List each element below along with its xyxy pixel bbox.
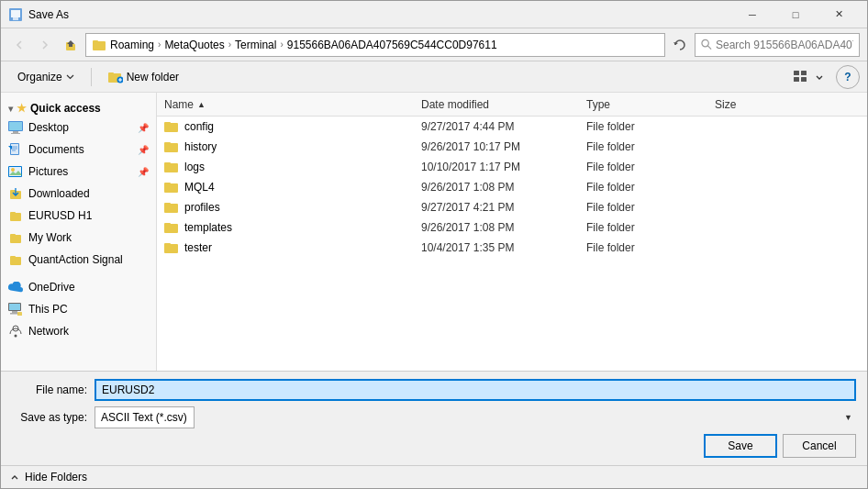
folder-icon — [164, 201, 179, 214]
svg-rect-46 — [164, 183, 171, 187]
file-name: MQL4 — [184, 181, 215, 194]
forward-button[interactable] — [34, 34, 56, 56]
file-name: profiles — [184, 201, 220, 214]
svg-rect-11 — [794, 71, 799, 75]
organize-button[interactable]: Organize — [8, 65, 83, 89]
svg-rect-44 — [164, 162, 171, 167]
svg-rect-16 — [9, 122, 22, 130]
folder-icon — [164, 181, 179, 194]
folder-icon — [164, 140, 179, 153]
column-date-header[interactable]: Date modified — [421, 98, 586, 111]
quantaction-label: QuantAction Signal — [28, 253, 149, 266]
column-name-header[interactable]: Name ▲ — [164, 98, 421, 111]
file-row[interactable]: profiles 9/27/2017 4:21 PM File folder — [157, 197, 867, 217]
svg-rect-27 — [10, 212, 16, 216]
documents-label: Documents — [28, 143, 132, 156]
savetype-select[interactable]: ASCII Text (*.csv) — [95, 406, 195, 428]
title-bar: Save As ─ □ ✕ — [1, 1, 867, 28]
bottom-buttons: Save Cancel — [12, 434, 856, 458]
sidebar-item-downloaded[interactable]: Downloaded — [1, 183, 156, 205]
network-icon — [8, 324, 23, 339]
svg-rect-50 — [164, 223, 171, 228]
new-folder-button[interactable]: New folder — [99, 65, 188, 89]
file-name: logs — [184, 161, 205, 173]
sidebar-item-quantaction[interactable]: QuantAction Signal — [1, 249, 156, 271]
file-name: tester — [184, 241, 212, 254]
pictures-pin-icon: 📌 — [138, 167, 149, 177]
bottom-panel: File name: Save as type: ASCII Text (*.c… — [1, 371, 867, 465]
svg-rect-52 — [164, 243, 171, 248]
save-as-dialog: Save As ─ □ ✕ Roaming › MetaQuotes › — [0, 0, 868, 489]
file-row[interactable]: history 9/26/2017 10:17 PM File folder — [157, 137, 867, 157]
svg-rect-9 — [108, 72, 114, 76]
hide-folders-chevron-icon — [10, 472, 19, 482]
close-button[interactable]: ✕ — [818, 1, 860, 28]
sidebar-item-onedrive[interactable]: OneDrive — [1, 276, 156, 298]
downloaded-icon — [8, 186, 23, 201]
main-content: ▾ ★ Quick access Desktop 📌 Documents 📌 — [1, 93, 867, 371]
sidebar-item-eurusd[interactable]: EURUSD H1 — [1, 205, 156, 227]
maximize-button[interactable]: □ — [774, 1, 817, 28]
quantaction-icon — [8, 252, 23, 267]
search-input[interactable] — [716, 39, 853, 51]
sidebar-item-pictures[interactable]: Pictures 📌 — [1, 161, 156, 183]
star-icon: ★ — [17, 102, 27, 115]
column-size-header[interactable]: Size — [715, 98, 807, 111]
pictures-label: Pictures — [28, 165, 132, 178]
file-row[interactable]: templates 9/26/2017 1:08 PM File folder — [157, 217, 867, 238]
network-label: Network — [28, 325, 149, 338]
filename-input[interactable] — [95, 379, 856, 401]
address-path[interactable]: Roaming › MetaQuotes › Terminal › 915566… — [85, 33, 665, 57]
hide-folders-label: Hide Folders — [25, 471, 87, 483]
svg-rect-31 — [10, 256, 16, 260]
file-date: 9/26/2017 1:08 PM — [421, 181, 586, 194]
file-row[interactable]: config 9/27/2017 4:44 PM File folder — [157, 117, 867, 137]
file-list: Name ▲ Date modified Type Size — [157, 93, 867, 371]
toolbar-right: ? — [788, 65, 860, 89]
file-row[interactable]: MQL4 9/26/2017 1:08 PM File folder — [157, 177, 867, 197]
save-button[interactable]: Save — [704, 434, 777, 458]
sidebar-item-network[interactable]: Network — [1, 320, 156, 342]
svg-rect-18 — [11, 133, 20, 134]
svg-rect-1 — [11, 10, 20, 17]
toolbar: Organize New folder — [1, 61, 867, 93]
help-button[interactable]: ? — [836, 65, 860, 89]
file-date: 9/27/2017 4:44 PM — [421, 120, 586, 133]
file-row[interactable]: logs 10/10/2017 1:17 PM File folder — [157, 157, 867, 177]
path-hash: 915566BA06ADA407569C544CC0D97611 — [287, 39, 497, 51]
thispc-icon — [8, 302, 23, 317]
svg-rect-2 — [13, 17, 18, 20]
refresh-button[interactable] — [669, 34, 691, 56]
up-button[interactable] — [60, 34, 82, 56]
file-name: history — [184, 140, 217, 153]
path-metaquotes: MetaQuotes — [164, 39, 224, 51]
filename-row: File name: — [12, 379, 856, 401]
downloaded-label: Downloaded — [28, 187, 149, 200]
column-type-header[interactable]: Type — [586, 98, 715, 111]
file-row[interactable]: tester 10/4/2017 1:35 PM File folder — [157, 238, 867, 258]
hide-folders-toggle[interactable]: Hide Folders — [1, 465, 867, 488]
quick-access-header[interactable]: ▾ ★ Quick access — [1, 96, 156, 117]
dialog-icon — [8, 7, 23, 22]
file-type: File folder — [586, 181, 715, 194]
title-bar-buttons: ─ □ ✕ — [731, 1, 860, 28]
views-button[interactable] — [788, 65, 812, 89]
sidebar-item-documents[interactable]: Documents 📌 — [1, 139, 156, 161]
file-date: 10/10/2017 1:17 PM — [421, 161, 586, 173]
svg-point-38 — [15, 335, 17, 338]
sidebar-item-mywork[interactable]: My Work — [1, 227, 156, 249]
minimize-button[interactable]: ─ — [731, 1, 773, 28]
onedrive-label: OneDrive — [28, 281, 149, 294]
file-date: 9/26/2017 10:17 PM — [421, 140, 586, 153]
cancel-button[interactable]: Cancel — [783, 434, 856, 458]
back-button[interactable] — [8, 34, 30, 56]
quick-access-label: Quick access — [30, 102, 101, 115]
file-date: 9/27/2017 4:21 PM — [421, 201, 586, 214]
svg-rect-48 — [164, 203, 171, 207]
sidebar-item-thispc[interactable]: This PC — [1, 298, 156, 320]
thispc-label: This PC — [28, 303, 149, 316]
svg-rect-13 — [794, 77, 799, 82]
file-type: File folder — [586, 161, 715, 173]
sidebar-item-desktop[interactable]: Desktop 📌 — [1, 117, 156, 139]
toolbar-separator — [91, 68, 92, 86]
